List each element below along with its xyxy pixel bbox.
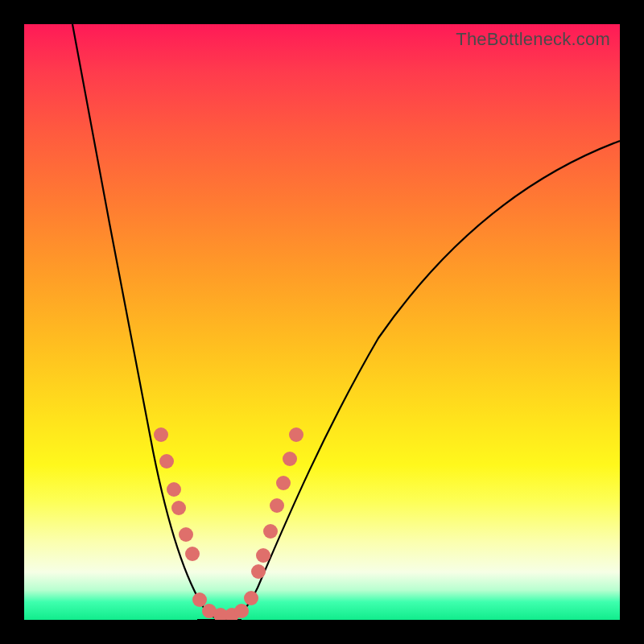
curve-marker [179,527,193,542]
curve-marker [234,604,249,618]
curve-marker [167,482,181,497]
curve-marker [171,501,186,515]
curve-marker [270,498,284,513]
plot-area: TheBottleneck.com [24,24,620,620]
curve-marker [263,524,278,539]
curve-marker [276,476,291,490]
curve-marker [244,591,258,605]
left-curve [72,24,225,620]
curve-marker [289,427,303,442]
curve-marker [283,452,297,466]
curve-marker [256,548,270,563]
curve-marker [251,564,266,579]
curve-marker [159,454,174,469]
curve-marker [192,592,207,607]
curve-marker [154,427,168,442]
right-curve [225,141,620,620]
chart-svg [24,24,620,620]
curve-marker [185,547,200,561]
chart-frame: TheBottleneck.com [0,0,644,644]
